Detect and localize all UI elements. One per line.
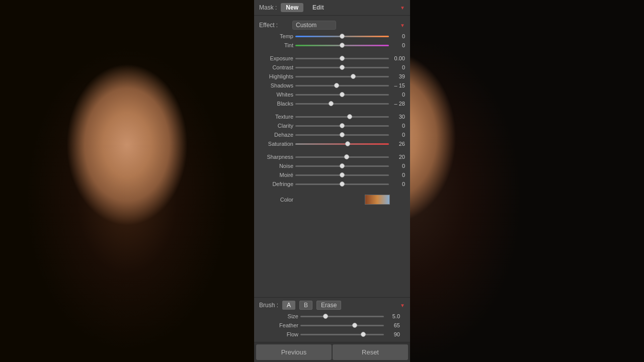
slider-row-contrast: Contrast 0 [254,63,410,72]
slider-track-tint[interactable] [295,45,389,46]
effect-select[interactable]: Custom None Portrait Landscape [292,21,336,30]
slider-track-moire[interactable] [295,174,389,176]
slider-value-highlights: 39 [391,73,405,79]
slider-row-sharpness: Sharpness 20 [254,152,410,161]
slider-row-feather: Feather 65 [259,321,405,330]
slider-track-clarity[interactable] [295,125,389,127]
slider-thumb-blacks[interactable] [329,101,334,106]
slider-thumb-flow[interactable] [361,332,366,337]
brush-label: Brush : [259,302,278,309]
slider-label-feather: Feather [264,322,298,328]
effect-row: Effect : Custom None Portrait Landscape … [254,19,410,32]
slider-label-defringe: Defringe [259,181,293,187]
slider-value-texture: 30 [391,114,405,120]
bottom-buttons: Previous Reset [254,342,410,362]
slider-row-shadows: Shadows – 15 [254,81,410,90]
slider-value-clarity: 0 [391,123,405,129]
slider-track-noise[interactable] [295,165,389,167]
slider-row-tint: Tint 0 [254,41,410,50]
slider-track-flow[interactable] [300,334,384,335]
slider-track-dehaze[interactable] [295,134,389,136]
slider-label-dehaze: Dehaze [259,132,293,138]
slider-thumb-defringe[interactable] [340,182,345,187]
slider-row-clarity: Clarity 0 [254,121,410,130]
slider-row-texture: Texture 30 [254,112,410,121]
slider-thumb-highlights[interactable] [351,74,356,79]
slider-track-saturation[interactable] [295,143,389,145]
slider-thumb-texture[interactable] [347,114,352,119]
slider-label-temp: Temp [259,33,293,39]
slider-row-size: Size 5.0 [259,312,405,321]
slider-thumb-temp[interactable] [340,34,345,39]
slider-label-blacks: Blacks [259,101,293,107]
slider-row-blacks: Blacks – 28 [254,99,410,108]
slider-row-saturation: Saturation 26 [254,139,410,148]
slider-row-highlights: Highlights 39 [254,72,410,81]
slider-thumb-saturation[interactable] [345,141,350,146]
slider-label-tint: Tint [259,42,293,48]
new-button[interactable]: New [281,3,303,12]
color-swatch[interactable] [365,195,390,205]
slider-track-highlights[interactable] [295,76,389,77]
spacer-1 [254,50,410,54]
brush-btn-erase[interactable]: Erase [316,301,341,310]
slider-track-temp[interactable] [295,36,389,37]
edit-button[interactable]: Edit [307,3,329,12]
previous-button[interactable]: Previous [256,344,332,360]
reset-button[interactable]: Reset [333,344,408,360]
header-dropdown-arrow[interactable]: ▼ [400,5,405,11]
brush-header: Brush : A B Erase ▼ [259,301,405,310]
slider-thumb-shadows[interactable] [334,83,339,88]
slider-label-moire: Moiré [259,172,293,178]
adjustment-panel: Mask : New Edit ▼ Effect : Custom None P… [254,0,410,362]
slider-value-saturation: 26 [391,141,405,147]
slider-thumb-clarity[interactable] [340,123,345,128]
slider-thumb-dehaze[interactable] [340,132,345,137]
slider-thumb-feather[interactable] [352,323,357,328]
slider-value-flow: 90 [386,331,400,337]
color-label: Color [259,197,293,203]
slider-label-shadows: Shadows [259,82,293,88]
slider-label-contrast: Contrast [259,64,293,70]
color-row: Color [254,193,410,207]
slider-thumb-tint[interactable] [340,43,345,48]
slider-track-sharpness[interactable] [295,156,389,158]
slider-row-moire: Moiré 0 [254,170,410,179]
slider-track-size[interactable] [300,316,384,317]
spacer-3 [254,148,410,152]
slider-thumb-moire[interactable] [340,172,345,177]
slider-track-feather[interactable] [300,325,384,326]
slider-thumb-noise[interactable] [340,163,345,168]
slider-track-whites[interactable] [295,94,389,96]
brush-btn-b[interactable]: B [299,301,312,310]
slider-thumb-size[interactable] [323,314,328,319]
slider-track-blacks[interactable] [295,103,389,105]
slider-value-dehaze: 0 [391,132,405,138]
slider-value-exposure: 0.00 [391,55,405,61]
slider-track-shadows[interactable] [295,85,389,86]
slider-track-defringe[interactable] [295,184,389,185]
slider-thumb-contrast[interactable] [340,65,345,70]
slider-label-noise: Noise [259,163,293,169]
panel-scroll[interactable]: Effect : Custom None Portrait Landscape … [254,16,410,297]
slider-thumb-sharpness[interactable] [344,154,349,159]
slider-row-flow: Flow 90 [259,330,405,339]
face-overlay-left [0,0,254,362]
brush-btn-a[interactable]: A [282,301,295,310]
slider-value-temp: 0 [391,33,405,39]
slider-thumb-exposure[interactable] [340,56,345,61]
slider-label-highlights: Highlights [259,73,293,79]
slider-track-exposure[interactable] [295,58,389,59]
effect-dropdown-arrow: ▼ [400,23,405,28]
slider-label-saturation: Saturation [259,141,293,147]
slider-value-contrast: 0 [391,64,405,70]
slider-row-noise: Noise 0 [254,161,410,170]
main-container: Mask : New Edit ▼ Effect : Custom None P… [0,0,644,362]
slider-label-size: Size [264,313,298,319]
slider-track-contrast[interactable] [295,67,389,68]
slider-value-shadows: – 15 [391,82,405,88]
slider-thumb-whites[interactable] [340,92,345,97]
slider-label-whites: Whites [259,92,293,98]
slider-track-texture[interactable] [295,116,389,118]
slider-value-blacks: – 28 [391,101,405,107]
